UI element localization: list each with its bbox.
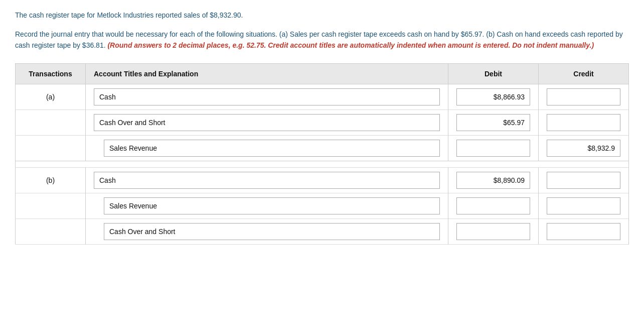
header-credit: Credit (539, 63, 629, 84)
account-input-a3[interactable] (104, 140, 440, 157)
journal-table: Transactions Account Titles and Explanat… (15, 63, 629, 245)
credit-cell (539, 167, 629, 193)
header-account: Account Titles and Explanation (86, 63, 448, 84)
transaction-label-empty (16, 109, 86, 135)
table-row: (a) (16, 84, 629, 109)
credit-input-b2[interactable] (547, 197, 620, 214)
instructions-text: Record the journal entry that would be n… (15, 29, 629, 51)
table-header-row: Transactions Account Titles and Explanat… (16, 63, 629, 84)
account-input-b2[interactable] (104, 197, 440, 214)
account-input-b1[interactable] (94, 172, 440, 189)
credit-cell (539, 135, 629, 161)
debit-cell (448, 84, 539, 109)
transaction-label-empty (16, 218, 86, 244)
account-input-a1[interactable] (94, 88, 440, 105)
debit-input-b3[interactable] (456, 223, 530, 240)
account-cell (86, 109, 448, 135)
debit-input-a3[interactable] (456, 140, 530, 157)
debit-cell (448, 167, 539, 193)
transaction-a-label: (a) (16, 84, 86, 109)
account-cell (86, 193, 448, 218)
debit-cell (448, 135, 539, 161)
credit-input-a2[interactable] (547, 114, 620, 131)
transaction-label-empty (16, 135, 86, 161)
debit-input-b1[interactable] (456, 172, 530, 189)
account-cell (86, 84, 448, 109)
table-row (16, 193, 629, 218)
account-cell (86, 135, 448, 161)
instructions-highlight: (Round answers to 2 decimal places, e.g.… (107, 41, 594, 49)
header-debit: Debit (448, 63, 539, 84)
debit-cell (448, 109, 539, 135)
debit-input-a1[interactable] (456, 88, 530, 105)
credit-input-b3[interactable] (547, 223, 620, 240)
credit-cell (539, 84, 629, 109)
table-row (16, 135, 629, 161)
credit-input-a3[interactable] (547, 140, 620, 157)
table-row (16, 218, 629, 244)
table-row (16, 109, 629, 135)
credit-cell (539, 109, 629, 135)
credit-cell (539, 193, 629, 218)
credit-cell (539, 218, 629, 244)
debit-input-a2[interactable] (456, 114, 530, 131)
table-row: (b) (16, 167, 629, 193)
header-transactions: Transactions (16, 63, 86, 84)
account-input-b3[interactable] (104, 223, 440, 240)
account-cell (86, 218, 448, 244)
credit-input-a1[interactable] (547, 88, 620, 105)
debit-input-b2[interactable] (456, 197, 530, 214)
transaction-label-empty (16, 193, 86, 218)
account-input-a2[interactable] (94, 114, 440, 131)
credit-input-b1[interactable] (547, 172, 620, 189)
spacer-row (16, 161, 629, 167)
debit-cell (448, 218, 539, 244)
debit-cell (448, 193, 539, 218)
transaction-b-label: (b) (16, 167, 86, 193)
intro-text: The cash register tape for Metlock Indus… (15, 10, 629, 21)
account-cell (86, 167, 448, 193)
